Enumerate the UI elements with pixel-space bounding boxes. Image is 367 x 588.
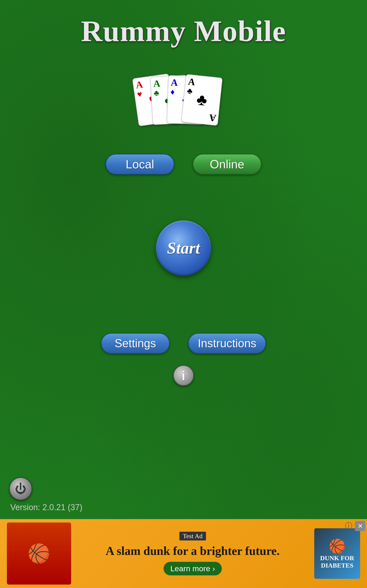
ad-headline: A slam dunk for a brighter future. — [78, 544, 307, 558]
app-title: Rummy Mobile — [81, 14, 286, 48]
ad-banner: 🏀 Test Ad A slam dunk for a brighter fut… — [0, 519, 367, 588]
bottom-buttons: Settings Instructions — [101, 333, 266, 354]
version-label: Version: 2.0.21 (37) — [10, 502, 82, 512]
main-container: Rummy Mobile A ♥ ♥ A A ♣ ♣ A A ♦ ♦ A A ♣… — [0, 0, 367, 588]
start-button[interactable]: Start — [156, 221, 211, 276]
card-4: A ♣ ♣ A — [181, 74, 223, 126]
ad-right-image: 🏀 DUNK FORDIABETES — [314, 528, 360, 579]
start-button-container: Start — [156, 221, 211, 276]
ad-right-text: DUNK FORDIABETES — [320, 554, 354, 569]
ad-content: Test Ad A slam dunk for a brighter futur… — [71, 532, 314, 575]
ad-info-button[interactable]: ⓘ — [344, 521, 354, 531]
cards-image: A ♥ ♥ A A ♣ ♣ A A ♦ ♦ A A ♣ ♣ A — [135, 76, 232, 122]
ad-test-label: Test Ad — [179, 532, 206, 540]
ad-image: 🏀 — [7, 523, 71, 585]
power-icon: ⏻ — [15, 482, 26, 495]
info-button-container: i — [173, 365, 194, 386]
power-section: ⏻ Version: 2.0.21 (37) — [9, 477, 82, 512]
power-button[interactable]: ⏻ — [9, 477, 32, 500]
online-button[interactable]: Online — [193, 154, 261, 174]
ad-cta-button[interactable]: Learn more › — [164, 562, 222, 575]
info-button[interactable]: i — [173, 365, 194, 386]
local-button[interactable]: Local — [106, 154, 174, 174]
instructions-button[interactable]: Instructions — [188, 333, 266, 354]
mode-buttons: Local Online — [106, 154, 261, 174]
ad-close-button[interactable]: ✕ — [355, 521, 365, 531]
settings-button[interactable]: Settings — [101, 333, 170, 354]
